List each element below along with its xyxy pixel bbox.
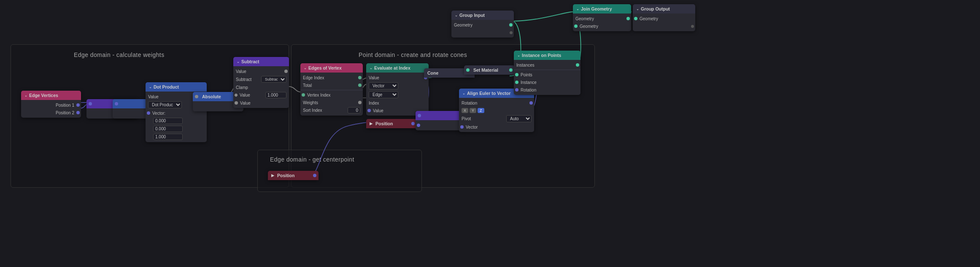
node-edges-of-vertex[interactable]: ⌄ Edges of Vertex Edge Index Total Verte… bbox=[300, 63, 363, 116]
node-eai-body: Value Vector Edge Index Value bbox=[366, 73, 429, 116]
eai-dd1[interactable]: Vector bbox=[366, 81, 429, 90]
iop-inst-in-socket bbox=[515, 81, 518, 84]
dp-vec-socket bbox=[147, 111, 150, 115]
node-edge-vertices[interactable]: ⌄ Edge Vertices Position 1 Position 2 bbox=[21, 91, 81, 118]
dp-vec-x[interactable] bbox=[146, 117, 207, 125]
aetv-pivot-select[interactable]: Auto bbox=[506, 115, 532, 122]
iop-rot-socket bbox=[515, 88, 518, 92]
eai-dd2[interactable]: Edge bbox=[366, 90, 429, 99]
node-set-material[interactable]: Set Material bbox=[464, 65, 515, 75]
go-extra-socket bbox=[691, 25, 694, 28]
node-gi-header: ⌄ Group Input bbox=[451, 11, 514, 20]
dp-vec-x-input[interactable] bbox=[153, 118, 183, 124]
dp-vec-y-input[interactable] bbox=[153, 126, 183, 132]
node-eov-body: Edge Index Total Vertex Index Weights So… bbox=[300, 73, 363, 116]
node-cone-label: Cone bbox=[427, 70, 438, 76]
dp-vec-z-input[interactable] bbox=[153, 134, 183, 140]
s2-op-select[interactable]: Subtract bbox=[261, 76, 286, 83]
dp-value-label: Value bbox=[148, 94, 200, 99]
eai-value-out: Value bbox=[366, 74, 429, 81]
node-group-output[interactable]: ⌄ Group Output Geometry bbox=[633, 4, 695, 31]
s2-val-row2: Value bbox=[233, 99, 289, 107]
s2-val-label2: Value bbox=[240, 93, 265, 97]
node-pos2-header: ▶ Position bbox=[268, 171, 319, 180]
region-label-point-domain: Point domain - create and rotate cones bbox=[359, 51, 467, 58]
node-instance-on-points[interactable]: ⌄ Instance on Points Instances Points In… bbox=[514, 51, 580, 95]
eov-ei-socket bbox=[358, 76, 362, 79]
jg-geo-out-label: Geometry bbox=[575, 16, 624, 21]
node-evaluate-at-index[interactable]: ⌄ Evaluate at Index Value Vector Edge In… bbox=[366, 63, 429, 116]
node-eai-header: ⌄ Evaluate at Index bbox=[366, 63, 429, 73]
dp-vec-label: Vector: bbox=[152, 111, 204, 116]
s2-val-input-row[interactable]: Value bbox=[233, 91, 289, 99]
ev-output-pos1: Position 1 bbox=[21, 101, 81, 109]
node-go-label: Group Output bbox=[641, 6, 670, 11]
aetv-vec-in-socket bbox=[460, 125, 464, 129]
eov-w-label: Weights bbox=[303, 100, 356, 105]
node-group-input[interactable]: ⌄ Group Input Geometry bbox=[451, 11, 514, 38]
gi-geo-label: Geometry bbox=[454, 23, 507, 27]
ev-pos1-socket bbox=[76, 103, 80, 107]
eai-domain-select[interactable]: Vector bbox=[369, 82, 398, 89]
node-s3-body bbox=[416, 120, 466, 130]
pos1-out-socket bbox=[411, 122, 415, 125]
node-dot-label: Dot Product bbox=[154, 84, 179, 89]
node-s3-header bbox=[416, 111, 466, 120]
node-edge-vertices-header: ⌄ Edge Vertices bbox=[21, 91, 81, 100]
gi-extra-socket bbox=[510, 31, 513, 34]
node-position2[interactable]: ▶ Position bbox=[268, 171, 319, 180]
node-subtract3[interactable] bbox=[416, 111, 466, 130]
sm-out-socket bbox=[509, 68, 513, 72]
node-join-geometry[interactable]: ⌄ Join Geometry Geometry Geometry bbox=[573, 4, 631, 31]
node-position1[interactable]: ▶ Position bbox=[366, 119, 417, 128]
eov-chevron: ⌄ bbox=[304, 66, 307, 70]
aetv-x-btn[interactable]: X bbox=[462, 108, 468, 113]
aetv-rotation-out: Rotation bbox=[459, 99, 534, 107]
s3-in2-socket bbox=[417, 124, 420, 127]
eai-index-label: Index bbox=[366, 99, 429, 107]
s2-subtract-label: Subtract bbox=[236, 77, 261, 82]
dp-vec-y[interactable] bbox=[146, 125, 207, 133]
aetv-chevron: ⌄ bbox=[462, 92, 465, 95]
aetv-rot-label: Rotation bbox=[462, 101, 527, 105]
node-gi-label: Group Input bbox=[459, 13, 485, 18]
node-subtract2-label: Subtract bbox=[241, 59, 259, 64]
abs-in-socket bbox=[195, 95, 198, 98]
eov-si-input[interactable] bbox=[348, 107, 360, 113]
node-align-euler[interactable]: ⌄ Align Euler to Vector Rotation X Y Z P… bbox=[459, 89, 534, 132]
node-graph: Edge domain - calculate weights Point do… bbox=[0, 0, 980, 267]
s2-clamp-row: Clamp bbox=[233, 84, 289, 91]
go-geometry-in: Geometry bbox=[633, 15, 695, 22]
aetv-vec-label: Vector bbox=[466, 125, 532, 129]
jg-chevron: ⌄ bbox=[576, 7, 579, 11]
dp-operation-select[interactable]: Dot Product bbox=[148, 101, 182, 108]
s3-in1-socket bbox=[418, 114, 421, 117]
jg-geo-in-label: Geometry bbox=[580, 24, 629, 29]
s2-chevron: ⌄ bbox=[237, 60, 240, 64]
dp-vec-z[interactable] bbox=[146, 133, 207, 141]
s2-value-input[interactable] bbox=[265, 92, 286, 98]
chevron-icon: ⌄ bbox=[24, 94, 27, 97]
iop-inst-label: Instances bbox=[516, 63, 574, 67]
node-subtract2-body: Value Subtract Subtract Clamp Value Valu… bbox=[233, 66, 289, 108]
eov-total: Total bbox=[300, 81, 363, 89]
eai-type-select[interactable]: Edge bbox=[369, 91, 398, 98]
aetv-pivot-row[interactable]: Pivot Auto bbox=[459, 114, 534, 123]
eov-vi-in-socket bbox=[302, 93, 305, 97]
s2-clamp-label: Clamp bbox=[236, 85, 286, 90]
dp-chevron: ⌄ bbox=[149, 85, 152, 89]
iop-instance-label: Instance bbox=[521, 80, 578, 85]
aetv-y-btn[interactable]: Y bbox=[470, 108, 476, 113]
node-dot-product[interactable]: ⌄ Dot Product Value Dot Product Vector: bbox=[146, 82, 207, 142]
aetv-xyz-row[interactable]: X Y Z bbox=[459, 107, 534, 114]
s2-value-label: Value bbox=[236, 69, 282, 74]
node-gi-body: Geometry bbox=[451, 20, 514, 38]
aetv-rot-socket bbox=[529, 101, 533, 105]
node-pos2-label: Position bbox=[277, 173, 294, 178]
node-subtract2[interactable]: ⌄ Subtract Value Subtract Subtract Clamp… bbox=[233, 57, 289, 108]
eov-sort-index[interactable]: Sort Index bbox=[300, 106, 363, 114]
s2-value-row: Value bbox=[233, 67, 289, 75]
node-edge-vertices-label: Edge Vertices bbox=[29, 93, 58, 98]
s2-value-socket bbox=[284, 70, 288, 73]
aetv-z-btn[interactable]: Z bbox=[478, 108, 484, 113]
